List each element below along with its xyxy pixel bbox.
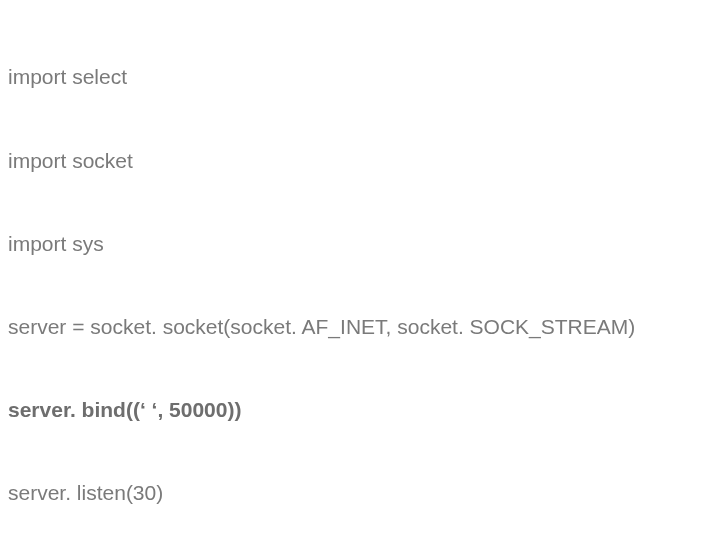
code-line: server = socket. socket(socket. AF_INET,… (8, 313, 712, 341)
code-line: import sys (8, 230, 712, 258)
code-line: import select (8, 63, 712, 91)
code-line-highlight: server. bind((‘ ‘, 50000)) (8, 396, 712, 424)
code-block: import select import socket import sys s… (0, 0, 720, 540)
code-line: import socket (8, 147, 712, 175)
code-line: server. listen(30) (8, 479, 712, 507)
